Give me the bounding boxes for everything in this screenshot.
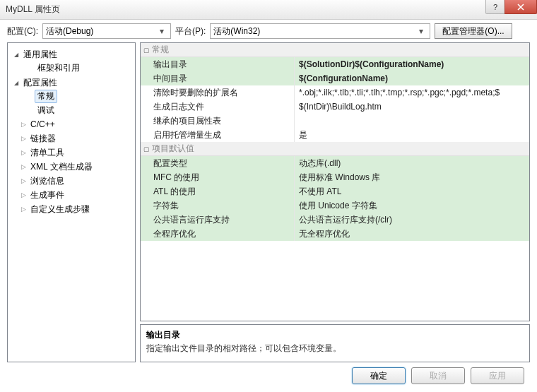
prop-clr[interactable]: 公共语言运行库支持公共语言运行库支持(/clr) <box>141 213 529 227</box>
expand-icon <box>19 149 28 156</box>
collapse-icon: ▢ <box>141 47 152 54</box>
tree-item-cpp[interactable]: C/C++ <box>9 118 134 131</box>
expand-icon <box>19 163 28 170</box>
titlebar: MyDLL 属性页 ? <box>0 0 537 20</box>
description-text: 指定输出文件目录的相对路径；可以包含环境变量。 <box>146 343 524 355</box>
apply-button[interactable]: 应用 <box>471 367 524 384</box>
config-combo[interactable]: 活动(Debug) ▾ <box>42 23 171 39</box>
prop-config-type[interactable]: 配置类型动态库(.dll) <box>141 156 529 170</box>
prop-atl[interactable]: ATL 的使用不使用 ATL <box>141 184 529 198</box>
config-toolbar: 配置(C): 活动(Debug) ▾ 平台(P): 活动(Win32) ▾ 配置… <box>0 20 537 42</box>
close-icon <box>517 4 524 11</box>
description-title: 输出目录 <box>146 329 524 341</box>
cancel-button[interactable]: 取消 <box>411 367 465 384</box>
property-grid: ▢常规 输出目录$(SolutionDir)$(ConfigurationNam… <box>140 42 530 321</box>
prop-charset[interactable]: 字符集使用 Unicode 字符集 <box>141 198 529 213</box>
tree-item-linker[interactable]: 链接器 <box>9 132 134 145</box>
chevron-down-icon: ▾ <box>415 26 427 36</box>
tree-item-general[interactable]: 常规 <box>9 90 134 102</box>
prop-managed-incr[interactable]: 启用托管增量生成是 <box>141 128 529 142</box>
platform-combo[interactable]: 活动(Win32) ▾ <box>210 23 430 39</box>
tree-item-buildevents[interactable]: 生成事件 <box>9 189 134 201</box>
section-defaults[interactable]: ▢项目默认值 <box>141 142 529 156</box>
window-controls: ? <box>486 0 537 16</box>
tree-item-custom[interactable]: 自定义生成步骤 <box>9 203 134 215</box>
expand-icon <box>19 177 28 184</box>
dialog-footer: 确定 取消 应用 <box>0 362 537 389</box>
prop-inherited[interactable]: 继承的项目属性表 <box>141 114 529 128</box>
prop-buildlog[interactable]: 生成日志文件$(IntDir)\BuildLog.htm <box>141 100 529 114</box>
window-title: MyDLL 属性页 <box>6 4 60 16</box>
button-label: 配置管理器(O)... <box>442 25 504 37</box>
collapse-icon: ▢ <box>141 145 152 153</box>
help-icon: ? <box>493 3 497 11</box>
expand-icon <box>19 191 28 198</box>
close-button[interactable] <box>504 0 537 14</box>
config-label: 配置(C): <box>7 25 38 37</box>
tree-item-debugging[interactable]: 调试 <box>9 104 134 117</box>
expand-icon <box>12 52 20 58</box>
expand-icon <box>19 135 28 142</box>
prop-clean-ext[interactable]: 清除时要删除的扩展名*.obj;*.ilk;*.tlb;*.tli;*.tlh;… <box>141 85 529 100</box>
tree-item-browse[interactable]: 浏览信息 <box>9 174 134 187</box>
expand-icon <box>19 206 28 213</box>
prop-wpo[interactable]: 全程序优化无全程序优化 <box>141 227 529 241</box>
tree-item-config-props[interactable]: 配置属性 <box>9 76 134 89</box>
tree-item-common[interactable]: 通用属性 <box>9 48 134 61</box>
prop-output-dir[interactable]: 输出目录$(SolutionDir)$(ConfigurationName) <box>141 57 529 71</box>
help-button[interactable]: ? <box>485 0 505 14</box>
tree-item-xmldoc[interactable]: XML 文档生成器 <box>9 160 134 173</box>
platform-label: 平台(P): <box>175 25 206 37</box>
platform-combo-value: 活动(Win32) <box>213 25 415 37</box>
section-general[interactable]: ▢常规 <box>141 43 529 57</box>
prop-intermediate-dir[interactable]: 中间目录$(ConfigurationName) <box>141 71 529 85</box>
tree-item-manifest[interactable]: 清单工具 <box>9 146 134 159</box>
prop-mfc[interactable]: MFC 的使用使用标准 Windows 库 <box>141 170 529 184</box>
chevron-down-icon: ▾ <box>156 26 167 36</box>
expand-icon <box>19 121 28 128</box>
category-tree: 通用属性 框架和引用 配置属性 常规 调试 C/C++ 链接器 清单工具 XML… <box>7 42 136 362</box>
description-pane: 输出目录 指定输出文件目录的相对路径；可以包含环境变量。 <box>140 324 530 362</box>
config-manager-button[interactable]: 配置管理器(O)... <box>435 23 512 39</box>
tree-item-framework[interactable]: 框架和引用 <box>9 61 134 74</box>
ok-button[interactable]: 确定 <box>352 367 406 384</box>
expand-icon <box>12 80 20 86</box>
config-combo-value: 活动(Debug) <box>46 25 156 37</box>
